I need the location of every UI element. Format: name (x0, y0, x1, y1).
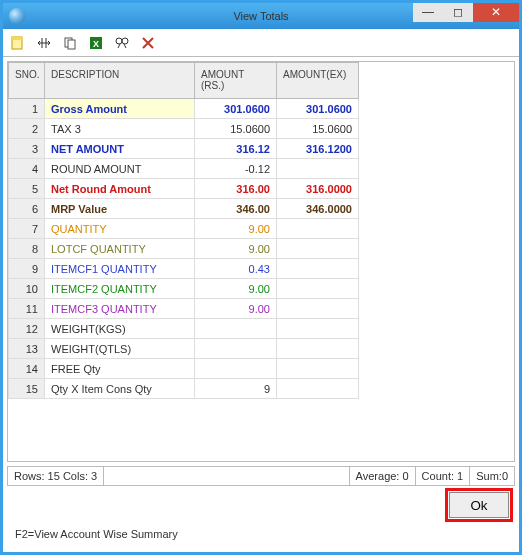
cell-description: Gross Amount (45, 99, 195, 119)
maximize-button[interactable]: ◻ (443, 2, 473, 22)
col-header-amt[interactable]: AMOUNT (RS.) (195, 63, 277, 99)
cell-amount (195, 319, 277, 339)
cell-amount-ex: 316.0000 (277, 179, 359, 199)
cell-amount-ex (277, 339, 359, 359)
table-row[interactable]: 6MRP Value346.00346.0000 (9, 199, 359, 219)
shortcut-hint: F2=View Account Wise Summary (7, 524, 515, 548)
excel-icon[interactable]: X (87, 34, 105, 52)
cell-amount: 9.00 (195, 279, 277, 299)
svg-rect-3 (68, 40, 75, 49)
cell-description: ITEMCF3 QUANTITY (45, 299, 195, 319)
cell-sno: 7 (9, 219, 45, 239)
cell-amount-ex: 301.0600 (277, 99, 359, 119)
cell-description: WEIGHT(QTLS) (45, 339, 195, 359)
cell-description: NET AMOUNT (45, 139, 195, 159)
cell-amount: 15.0600 (195, 119, 277, 139)
col-header-desc[interactable]: DESCRIPTION (45, 63, 195, 99)
cell-amount-ex (277, 239, 359, 259)
cell-amount: 0.43 (195, 259, 277, 279)
cell-amount: 301.0600 (195, 99, 277, 119)
svg-point-6 (116, 38, 122, 44)
cell-amount: 9.00 (195, 299, 277, 319)
cell-sno: 12 (9, 319, 45, 339)
table-row[interactable]: 15Qty X Item Cons Qty9 (9, 379, 359, 399)
cell-amount: 9 (195, 379, 277, 399)
table-row[interactable]: 13WEIGHT(QTLS) (9, 339, 359, 359)
cell-sno: 5 (9, 179, 45, 199)
cell-sno: 1 (9, 99, 45, 119)
cell-description: WEIGHT(KGS) (45, 319, 195, 339)
table-row[interactable]: 7QUANTITY9.00 (9, 219, 359, 239)
cell-description: ITEMCF1 QUANTITY (45, 259, 195, 279)
status-count: Count: 1 (416, 467, 471, 485)
table-row[interactable]: 11ITEMCF3 QUANTITY9.00 (9, 299, 359, 319)
cell-description: ITEMCF2 QUANTITY (45, 279, 195, 299)
table-row[interactable]: 8LOTCF QUANTITY9.00 (9, 239, 359, 259)
copy-icon[interactable] (61, 34, 79, 52)
cell-amount: 9.00 (195, 219, 277, 239)
cell-amount (195, 339, 277, 359)
cell-sno: 6 (9, 199, 45, 219)
status-bar: Rows: 15 Cols: 3 Average: 0 Count: 1 Sum… (7, 466, 515, 486)
delete-icon[interactable] (139, 34, 157, 52)
toolbar: X (3, 29, 519, 57)
status-average: Average: 0 (350, 467, 416, 485)
status-sum: Sum:0 (470, 467, 514, 485)
cell-description: TAX 3 (45, 119, 195, 139)
cell-amount: 316.12 (195, 139, 277, 159)
find-icon[interactable] (113, 34, 131, 52)
cell-description: MRP Value (45, 199, 195, 219)
cell-sno: 8 (9, 239, 45, 259)
table-row[interactable]: 4ROUND AMOUNT-0.12 (9, 159, 359, 179)
svg-text:X: X (93, 39, 99, 49)
table-row[interactable]: 12WEIGHT(KGS) (9, 319, 359, 339)
cell-amount-ex (277, 219, 359, 239)
cell-description: FREE Qty (45, 359, 195, 379)
cell-amount-ex (277, 379, 359, 399)
cell-amount: -0.12 (195, 159, 277, 179)
table-row[interactable]: 14FREE Qty (9, 359, 359, 379)
grid-container: SNO. DESCRIPTION AMOUNT (RS.) AMOUNT(EX)… (7, 61, 515, 462)
cell-sno: 3 (9, 139, 45, 159)
cell-description: ROUND AMOUNT (45, 159, 195, 179)
cell-amount-ex (277, 279, 359, 299)
cell-amount: 9.00 (195, 239, 277, 259)
cell-description: Qty X Item Cons Qty (45, 379, 195, 399)
cell-description: QUANTITY (45, 219, 195, 239)
app-icon (9, 8, 25, 24)
button-row: Ok (7, 486, 515, 524)
close-button[interactable]: ✕ (473, 2, 519, 22)
cell-amount-ex: 316.1200 (277, 139, 359, 159)
autofit-icon[interactable] (35, 34, 53, 52)
totals-table: SNO. DESCRIPTION AMOUNT (RS.) AMOUNT(EX)… (8, 62, 359, 399)
table-row[interactable]: 5Net Round Amount316.00316.0000 (9, 179, 359, 199)
svg-point-7 (122, 38, 128, 44)
svg-rect-1 (12, 37, 22, 40)
table-row[interactable]: 1Gross Amount301.0600301.0600 (9, 99, 359, 119)
cell-sno: 10 (9, 279, 45, 299)
table-row[interactable]: 9ITEMCF1 QUANTITY0.43 (9, 259, 359, 279)
cell-amount-ex (277, 359, 359, 379)
ok-button[interactable]: Ok (449, 492, 509, 518)
cell-description: Net Round Amount (45, 179, 195, 199)
notepad-icon[interactable] (9, 34, 27, 52)
cell-amount-ex: 346.0000 (277, 199, 359, 219)
col-header-amtex[interactable]: AMOUNT(EX) (277, 63, 359, 99)
minimize-button[interactable]: — (413, 2, 443, 22)
window-buttons: — ◻ ✕ (413, 5, 519, 27)
cell-amount-ex (277, 259, 359, 279)
cell-sno: 13 (9, 339, 45, 359)
cell-amount: 346.00 (195, 199, 277, 219)
content-area: SNO. DESCRIPTION AMOUNT (RS.) AMOUNT(EX)… (3, 57, 519, 552)
cell-amount-ex: 15.0600 (277, 119, 359, 139)
cell-sno: 15 (9, 379, 45, 399)
table-row[interactable]: 2TAX 315.060015.0600 (9, 119, 359, 139)
status-rowscols: Rows: 15 Cols: 3 (8, 467, 104, 485)
cell-sno: 2 (9, 119, 45, 139)
table-row[interactable]: 10ITEMCF2 QUANTITY9.00 (9, 279, 359, 299)
cell-sno: 9 (9, 259, 45, 279)
cell-amount-ex (277, 319, 359, 339)
col-header-sno[interactable]: SNO. (9, 63, 45, 99)
cell-amount-ex (277, 299, 359, 319)
table-row[interactable]: 3NET AMOUNT316.12316.1200 (9, 139, 359, 159)
